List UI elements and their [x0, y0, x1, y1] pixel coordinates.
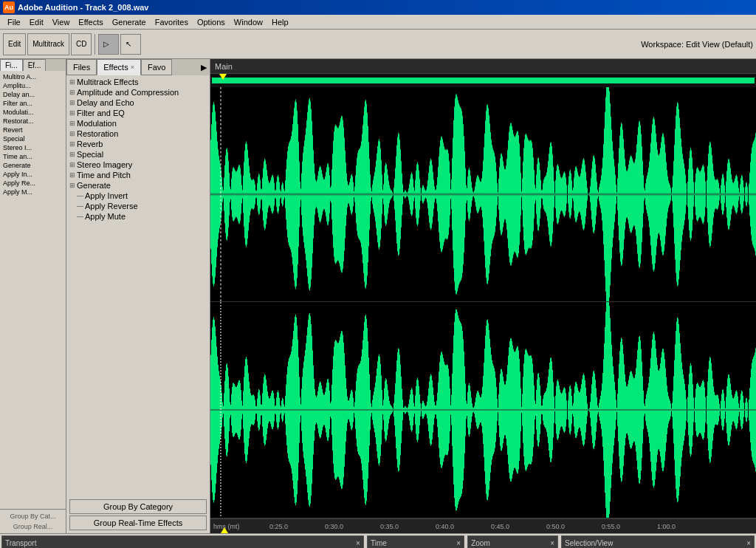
bottom-section: Transport × ■ ▶ ⏸ ↺ |◀ ◀◀ ▶▶ ▶| ● 0:21.1… [0, 533, 756, 548]
menu-view[interactable]: View [48, 16, 75, 28]
tool-cursor[interactable]: ↖ [120, 34, 141, 55]
expand-icon: ⊞ [69, 89, 75, 96]
menu-window[interactable]: Window [230, 16, 267, 28]
time-close[interactable]: × [456, 539, 461, 547]
tab-effects[interactable]: Effects × [97, 59, 141, 75]
lp-apply-invert[interactable]: Apply In... [1, 170, 64, 179]
multitrack-button[interactable]: Multitrack [27, 33, 69, 55]
effect-label: Reverb [77, 140, 103, 148]
transport-panel: Transport × ■ ▶ ⏸ ↺ |◀ ◀◀ ▶▶ ▶| ● 0:21.1… [1, 535, 364, 548]
zoom-label: Zoom [471, 539, 490, 547]
effect-label: Generate [77, 181, 111, 190]
effect-apply-mute[interactable]: — Apply Mute [66, 211, 210, 222]
cd-label: CD [76, 40, 86, 48]
lp-time[interactable]: Time an... [1, 152, 64, 161]
lp-reverb[interactable]: Revert [1, 126, 64, 134]
effect-filter[interactable]: ⊞ Filter and EQ [66, 108, 210, 118]
effect-label: Modulation [77, 119, 117, 128]
waveform-canvas-top [210, 87, 756, 301]
effects-nav-right[interactable]: ▶ [198, 61, 210, 74]
select-icon: ▷ [103, 40, 109, 48]
zoom-panel: Zoom × 🔍+ 🔍- ↕+ ↕- ⊡ ⊠ ◁+ ◁- [467, 535, 558, 548]
effect-time-pitch[interactable]: ⊞ Time and Pitch [66, 170, 210, 180]
ruler-tick-6: 0:50.0 [546, 523, 565, 530]
lp-multitrack[interactable]: Multitro A... [1, 72, 64, 81]
lp-restoration[interactable]: Restorat... [1, 117, 64, 126]
title-bar: Au Adobe Audition - Track 2_008.wav [0, 0, 756, 15]
waveform-tab-label[interactable]: Main [215, 62, 233, 71]
tab-favorites[interactable]: Favo [141, 59, 172, 75]
app-title: Adobe Audition - Track 2_008.wav [18, 3, 148, 12]
expand-icon: ⊞ [69, 140, 75, 148]
menu-options[interactable]: Options [193, 16, 230, 28]
effect-reverb[interactable]: ⊞ Reverb [66, 139, 210, 149]
menu-favorites[interactable]: Favorites [151, 16, 193, 28]
effects-close-icon[interactable]: × [131, 64, 134, 71]
lp-apply-mute[interactable]: Apply M... [1, 188, 64, 196]
expand-icon: ⊞ [69, 151, 75, 158]
effect-label: Stereo Imagery [77, 160, 132, 169]
playhead-bottom-marker [221, 527, 228, 533]
menu-file[interactable]: File [3, 16, 25, 28]
effect-apply-reverse[interactable]: — Apply Reverse [66, 201, 210, 211]
timeline-ruler: hms (mt) 0:25.0 0:30.0 0:35.0 0:40.0 0:4… [210, 518, 756, 533]
menu-generate[interactable]: Generate [108, 16, 151, 28]
selection-label: Selection/View [565, 539, 613, 547]
selection-close[interactable]: × [746, 539, 751, 547]
waveform-channel-left[interactable] [210, 87, 756, 302]
group-realtime-button[interactable]: Group Real-Time Effects [69, 516, 207, 530]
left-tab-files[interactable]: Fi... [0, 59, 23, 71]
expand-icon: ⊞ [69, 99, 75, 106]
tool-select[interactable]: ▷ [98, 34, 119, 55]
selection-panel: Selection/View × Begin End Length Select… [561, 535, 755, 548]
menu-edit[interactable]: Edit [25, 16, 48, 28]
expand-icon: ⊞ [69, 171, 75, 179]
effect-label: Multitrack Effects [77, 78, 139, 86]
bullet-icon: — [77, 213, 83, 220]
ruler-tick-3: 0:35.0 [380, 523, 399, 530]
lp-filter[interactable]: Filter an... [1, 99, 64, 108]
edit-mode-label: Edit [8, 40, 21, 48]
effect-label: Apply Reverse [85, 202, 138, 210]
timeline-overview[interactable] [210, 74, 756, 87]
effects-tabs: Files Effects × Favo ▶ [66, 59, 210, 75]
effect-restoration[interactable]: ⊞ Restoration [66, 129, 210, 139]
effects-bottom-buttons: Group By Category Group Real-Time Effect… [66, 496, 210, 533]
effect-amplitude[interactable]: ⊞ Amplitude and Compression [66, 87, 210, 97]
effect-label: Restoration [77, 129, 118, 138]
effect-multitrack[interactable]: ⊞ Multitrack Effects [66, 77, 210, 87]
left-tab-effects[interactable]: Ef... [23, 59, 47, 71]
transport-close[interactable]: × [356, 539, 360, 547]
time-label: Time [371, 539, 387, 547]
menu-help[interactable]: Help [267, 16, 293, 28]
cd-button[interactable]: CD [71, 33, 92, 55]
cursor-icon: ↖ [126, 40, 131, 48]
lp-stereo[interactable]: Stereo I... [1, 143, 64, 152]
effect-generate[interactable]: ⊞ Generate [66, 180, 210, 191]
effect-label: Time and Pitch [77, 171, 131, 179]
effect-special[interactable]: ⊞ Special [66, 149, 210, 160]
lp-apply-reverse[interactable]: Apply Re... [1, 179, 64, 188]
expand-icon: ⊞ [69, 78, 75, 86]
overview-bar [212, 78, 755, 83]
effect-delay[interactable]: ⊞ Delay and Echo [66, 97, 210, 108]
waveform-channel-right[interactable] [210, 302, 756, 518]
effect-stereo[interactable]: ⊞ Stereo Imagery [66, 160, 210, 170]
lp-special[interactable]: Special [1, 134, 64, 143]
zoom-close[interactable]: × [550, 539, 554, 547]
lp-amplitude[interactable]: Amplitu... [1, 81, 64, 90]
waveform-channels [210, 87, 756, 518]
expand-icon: ⊞ [69, 130, 75, 137]
group-by-category-button[interactable]: Group By Category [69, 499, 207, 514]
tab-files[interactable]: Files [66, 59, 97, 75]
effect-modulation[interactable]: ⊞ Modulation [66, 118, 210, 129]
effect-apply-invert[interactable]: — Apply Invert [66, 191, 210, 201]
lp-delay[interactable]: Delay an... [1, 90, 64, 99]
waveform-header: Main [210, 59, 756, 74]
left-panel-content: Multitro A... Amplitu... Delay an... Fil… [0, 71, 66, 509]
menu-effects[interactable]: Effects [74, 16, 107, 28]
lp-generate[interactable]: Generate [1, 161, 64, 170]
effect-label: Amplitude and Compression [77, 88, 179, 97]
edit-mode-button[interactable]: Edit [3, 33, 26, 55]
lp-modulation[interactable]: Modulati... [1, 108, 64, 117]
